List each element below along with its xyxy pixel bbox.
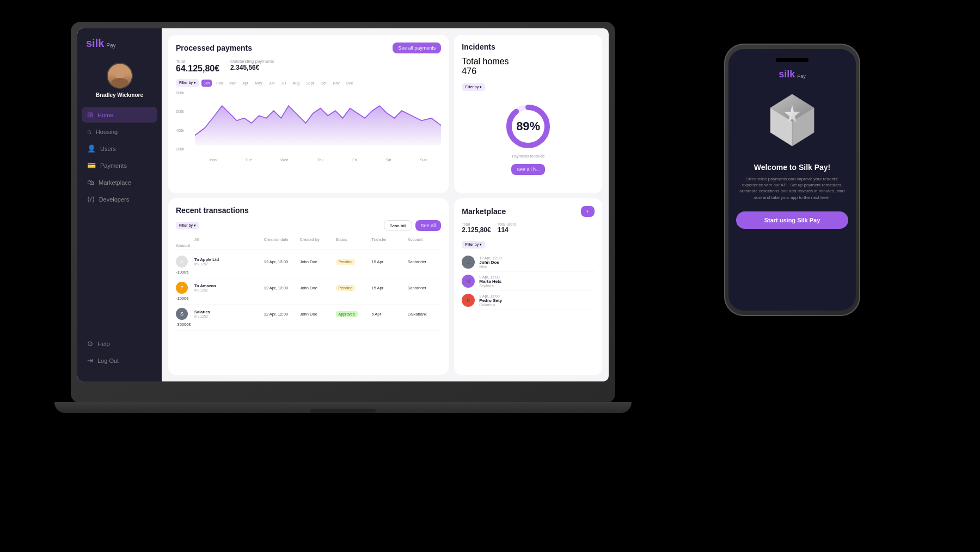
row-avatar: Z xyxy=(176,282,188,294)
processed-payments-card: Processed payments See all payments Tota… xyxy=(168,35,449,193)
total-value: 64.125,80€ xyxy=(176,64,219,74)
filter-by-button[interactable]: Filter by ▾ xyxy=(176,79,199,87)
th-account: Account xyxy=(407,238,441,241)
phone-shell: silk Pay xyxy=(724,44,860,316)
row-avatar-cell: S xyxy=(176,308,192,320)
row-transfer: 15 Apr xyxy=(372,286,406,290)
mkt-item-date: 9 Apr, 11:00 xyxy=(479,275,501,279)
nav-label-users: Users xyxy=(100,145,116,152)
month-may[interactable]: May xyxy=(253,80,264,87)
month-jun[interactable]: Jun xyxy=(266,80,277,87)
marketplace-action-button[interactable]: + xyxy=(581,206,595,217)
sidebar-item-home[interactable]: ⊞ Home xyxy=(82,107,157,123)
mkt-item-name: John Doe xyxy=(479,260,501,265)
avatar xyxy=(107,63,133,89)
y-label-800k: 800k xyxy=(176,91,184,95)
phone-logo-silk: silk xyxy=(779,69,795,80)
mkt-item-date: 2 Apr, 11:00 xyxy=(479,294,502,298)
transactions-body: A To Apple Ltd Inv 1252 12 Apr, 12:00 Jo… xyxy=(176,252,441,331)
see-all-transactions-button[interactable]: See all xyxy=(415,220,442,231)
logout-icon: ⇥ xyxy=(87,356,93,365)
x-label-thu: Thu xyxy=(317,158,323,162)
month-apr[interactable]: Apr xyxy=(240,80,250,87)
mkt-item-name: Pedro Sety xyxy=(479,298,502,303)
donut-percent: 89% xyxy=(516,119,540,134)
transactions-filter-button[interactable]: Filter by ▾ xyxy=(176,222,199,229)
avatar-face xyxy=(108,64,132,88)
user-name: Bradley Wickmore xyxy=(96,92,143,98)
mkt-item-avatar: J xyxy=(462,256,475,269)
nav-label-help: Help xyxy=(97,341,110,347)
incidents-stats: Total homes 476 xyxy=(462,57,595,76)
home-icon: ⊞ xyxy=(87,111,93,119)
see-all-homes-button[interactable]: See all h... xyxy=(511,164,546,175)
marketplace-filter-button[interactable]: Filter by ▾ xyxy=(462,241,485,248)
month-feb[interactable]: Feb xyxy=(214,80,225,87)
sidebar-item-housing[interactable]: ⌂ Housing xyxy=(82,124,157,139)
mkt-item-avatar: P xyxy=(462,294,475,307)
month-jan[interactable]: Jan xyxy=(201,80,212,87)
row-status: Pending xyxy=(336,286,370,290)
payments-stats: Total 64.125,80€ Outstanding payments 2.… xyxy=(176,59,441,74)
table-btn-group: Scan bill See all xyxy=(384,220,442,231)
row-amount: -35000€ xyxy=(176,322,192,327)
status-badge: Pending xyxy=(336,259,356,265)
sidebar-item-users[interactable]: 👤 Users xyxy=(82,141,157,156)
donut-sub-text: Payments received xyxy=(462,154,595,158)
outstanding-value: 2.345,56€ xyxy=(230,64,274,71)
mkt-users-value: 114 xyxy=(498,226,516,234)
month-mar[interactable]: Mar xyxy=(227,80,238,87)
help-icon: ⊙ xyxy=(87,339,93,348)
scan-bill-button[interactable]: Scan bill xyxy=(384,220,412,231)
total-stat: Total 64.125,80€ xyxy=(176,59,219,74)
phone-3d-icon xyxy=(759,89,825,154)
donut-wrapper: 89% xyxy=(504,102,553,151)
phone-cta-button[interactable]: Start using Silk Pay xyxy=(736,211,848,229)
month-sept[interactable]: Sept xyxy=(304,80,316,87)
bottom-row: Recent transactions Filter by ▾ Scan bil… xyxy=(168,198,602,375)
transactions-card: Recent transactions Filter by ▾ Scan bil… xyxy=(168,198,449,375)
th-creation-date: Creation date xyxy=(264,238,298,241)
marketplace-header: Marketplace + xyxy=(462,206,595,217)
sidebar-item-help[interactable]: ⊙ Help xyxy=(82,336,157,351)
month-oct[interactable]: Oct xyxy=(318,80,329,87)
mkt-item-info: 9 Apr, 11:00 Marta Hets Sephora xyxy=(479,275,501,288)
marketplace-title: Marketplace xyxy=(462,207,506,216)
nav-label-payments: Payments xyxy=(100,162,127,169)
row-name: To Apple Ltd xyxy=(194,257,262,262)
marketplace-widget-card: Marketplace + Total 2.125,80€ Total user… xyxy=(454,198,602,375)
x-label-tue: Tue xyxy=(246,158,252,162)
month-nov[interactable]: Nov xyxy=(330,80,341,87)
total-homes-label: Total homes xyxy=(462,57,595,66)
avatar-section: Bradley Wickmore xyxy=(77,58,162,107)
mkt-item-sub: Columbia xyxy=(479,303,502,307)
developers-icon: ⟨/⟩ xyxy=(87,195,95,203)
month-dec[interactable]: Dec xyxy=(344,80,355,87)
y-label-400k: 400k xyxy=(176,129,184,132)
incidents-filter-button[interactable]: Filter by ▾ xyxy=(462,83,485,91)
row-status: Approved xyxy=(336,312,370,317)
nav-label-home: Home xyxy=(97,112,113,118)
sidebar-item-marketplace[interactable]: 🛍 Marketplace xyxy=(82,174,157,190)
cube-3d-svg xyxy=(759,89,825,154)
month-aug[interactable]: Aug xyxy=(291,80,302,87)
status-badge: Pending xyxy=(336,285,356,291)
laptop-screen: silk Pay Bradley Wickmore ⊞ Home ⌂ xyxy=(77,28,609,381)
row-avatar: S xyxy=(176,308,188,320)
month-jul[interactable]: Jul xyxy=(279,80,289,87)
row-amount: -1000€ xyxy=(176,270,192,275)
nav-label-housing: Housing xyxy=(96,129,118,135)
sidebar-item-payments[interactable]: 💳 Payments xyxy=(82,157,157,173)
sidebar-item-logout[interactable]: ⇥ Log Out xyxy=(82,353,157,368)
see-all-payments-button[interactable]: See all payments xyxy=(393,43,441,53)
phone-logo-pay: Pay xyxy=(797,74,806,79)
row-avatar: A xyxy=(176,256,188,268)
nav-bottom: ⊙ Help ⇥ Log Out xyxy=(77,331,162,373)
row-transfer: 15 Apr xyxy=(372,259,406,264)
mkt-item-info: 2 Apr, 11:00 Pedro Sety Columbia xyxy=(479,294,502,307)
marketplace-list-item: J 12 Apr, 12:00 John Doe Nike xyxy=(462,253,595,272)
sidebar-item-developers[interactable]: ⟨/⟩ Developers xyxy=(82,191,157,207)
row-transfer: 5 Apr xyxy=(372,312,406,317)
row-name: Salaries xyxy=(194,310,262,314)
laptop-base xyxy=(54,402,632,413)
